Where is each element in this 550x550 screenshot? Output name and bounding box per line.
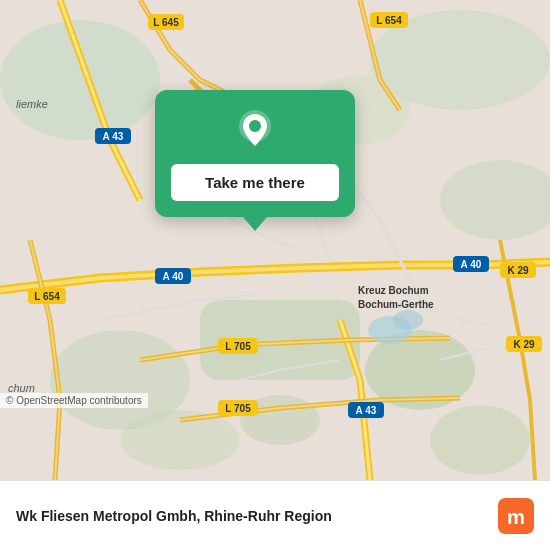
moovit-logo-icon: m bbox=[498, 498, 534, 534]
svg-text:Kreuz Bochum: Kreuz Bochum bbox=[358, 285, 429, 296]
svg-point-10 bbox=[430, 405, 530, 475]
svg-text:K 29: K 29 bbox=[507, 265, 529, 276]
take-me-there-button[interactable]: Take me there bbox=[171, 164, 339, 201]
location-popup: Take me there bbox=[155, 90, 355, 217]
map-svg: L 645 L 654 L 615 A 43 A 40 A 40 L 654 L… bbox=[0, 0, 550, 480]
svg-point-40 bbox=[393, 310, 423, 330]
place-title: Wk Fliesen Metropol Gmbh, Rhine-Ruhr Reg… bbox=[16, 508, 498, 524]
svg-point-1 bbox=[0, 20, 160, 140]
bottom-bar-info: Wk Fliesen Metropol Gmbh, Rhine-Ruhr Reg… bbox=[16, 508, 498, 524]
svg-text:m: m bbox=[507, 505, 525, 527]
svg-text:A 43: A 43 bbox=[103, 131, 124, 142]
svg-text:A 40: A 40 bbox=[163, 271, 184, 282]
copyright-bar: © OpenStreetMap contributors bbox=[0, 393, 148, 408]
svg-text:A 40: A 40 bbox=[461, 259, 482, 270]
bottom-bar: Wk Fliesen Metropol Gmbh, Rhine-Ruhr Reg… bbox=[0, 480, 550, 550]
svg-text:liemke: liemke bbox=[16, 98, 48, 110]
svg-text:L 705: L 705 bbox=[225, 341, 251, 352]
svg-point-42 bbox=[249, 120, 261, 132]
copyright-text: © OpenStreetMap contributors bbox=[6, 395, 142, 406]
svg-text:L 654: L 654 bbox=[34, 291, 60, 302]
svg-text:L 645: L 645 bbox=[153, 17, 179, 28]
map-container: L 645 L 654 L 615 A 43 A 40 A 40 L 654 L… bbox=[0, 0, 550, 480]
moovit-logo: m bbox=[498, 498, 534, 534]
svg-text:Bochum-Gerthe: Bochum-Gerthe bbox=[358, 299, 434, 310]
svg-text:L 705: L 705 bbox=[225, 403, 251, 414]
svg-text:L 654: L 654 bbox=[376, 15, 402, 26]
location-pin-icon bbox=[233, 108, 277, 152]
svg-text:A 43: A 43 bbox=[356, 405, 377, 416]
svg-text:K 29: K 29 bbox=[513, 339, 535, 350]
